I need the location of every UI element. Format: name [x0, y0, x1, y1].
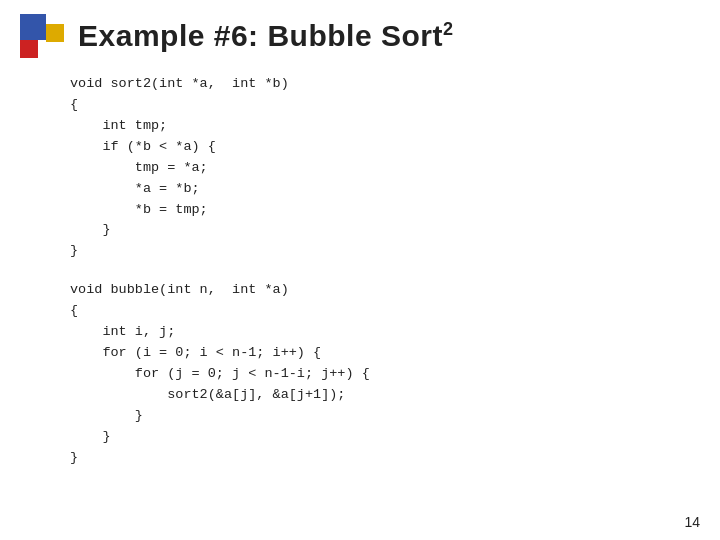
logo-red-square: [20, 40, 38, 58]
code-line: }: [70, 427, 690, 448]
title-text: Example #6: Bubble Sort: [78, 19, 443, 52]
code-line: tmp = *a;: [70, 158, 690, 179]
slide-title: Example #6: Bubble Sort2: [78, 19, 453, 53]
slide-header: Example #6: Bubble Sort2: [0, 0, 720, 68]
code-block-1: void sort2(int *a, int *b) { int tmp; if…: [70, 74, 690, 262]
logo: [20, 14, 64, 58]
code-line: }: [70, 406, 690, 427]
title-subscript: 2: [443, 19, 454, 39]
code-line: *a = *b;: [70, 179, 690, 200]
code-line: int i, j;: [70, 322, 690, 343]
code-area: void sort2(int *a, int *b) { int tmp; if…: [0, 68, 720, 469]
code-line: {: [70, 95, 690, 116]
code-line: *b = tmp;: [70, 200, 690, 221]
code-line: int tmp;: [70, 116, 690, 137]
code-line: }: [70, 448, 690, 469]
code-block-2: void bubble(int n, int *a) { int i, j; f…: [70, 280, 690, 468]
code-line: void sort2(int *a, int *b): [70, 74, 690, 95]
page-number: 14: [684, 514, 700, 530]
code-line: sort2(&a[j], &a[j+1]);: [70, 385, 690, 406]
logo-yellow-square: [46, 24, 64, 42]
code-line: if (*b < *a) {: [70, 137, 690, 158]
code-line: }: [70, 241, 690, 262]
code-line: for (j = 0; j < n-1-i; j++) {: [70, 364, 690, 385]
code-line: for (i = 0; i < n-1; i++) {: [70, 343, 690, 364]
code-line: {: [70, 301, 690, 322]
code-line: void bubble(int n, int *a): [70, 280, 690, 301]
code-line: }: [70, 220, 690, 241]
logo-blue-square: [20, 14, 46, 40]
